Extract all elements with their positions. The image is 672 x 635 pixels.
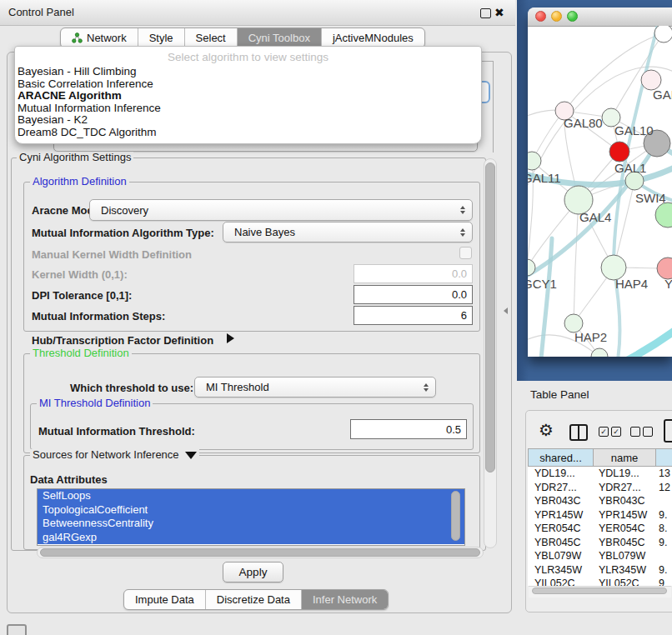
list-scrollbar-thumb[interactable]: [451, 491, 460, 541]
zoom-traffic-light-icon[interactable]: [567, 11, 578, 22]
table-hscrollbar-thumb[interactable]: [532, 588, 667, 594]
column-header-shared[interactable]: shared...: [529, 449, 593, 466]
table-cell[interactable]: YIL052C: [592, 577, 654, 586]
dropdown-item-selected[interactable]: ARACNE Algorithm: [18, 90, 481, 102]
tab-style[interactable]: Style: [138, 28, 184, 48]
close-icon[interactable]: ✖: [494, 5, 504, 20]
table-row[interactable]: YBL079WYBL079W: [528, 549, 672, 563]
column-header-name[interactable]: name: [593, 449, 655, 466]
collapse-arrow-icon[interactable]: [185, 452, 197, 459]
table-cell[interactable]: YDL19...: [528, 467, 592, 481]
table-cell[interactable]: YBR045C: [528, 536, 592, 550]
table-cell[interactable]: YPR145W: [528, 508, 592, 522]
list-item[interactable]: SelfLoops: [38, 489, 464, 503]
mi-algorithm-type-combobox[interactable]: Naive Bayes: [223, 222, 473, 242]
table-cell[interactable]: 9: [654, 577, 672, 586]
table-cell[interactable]: YER054C: [592, 522, 654, 536]
network-node-label: HAP2: [574, 330, 607, 344]
table-row[interactable]: YDR27...YDR27...12: [528, 481, 672, 495]
dropdown-item[interactable]: Mutual Information Inference: [18, 102, 481, 115]
tab-jactivemnodules[interactable]: jActiveMNodules: [321, 28, 424, 48]
partial-corner-button[interactable]: [7, 624, 27, 635]
table-cell[interactable]: YDR27...: [592, 481, 654, 495]
table-cell[interactable]: YBL079W: [528, 549, 592, 563]
expand-arrow-icon[interactable]: [227, 333, 234, 343]
table-cell[interactable]: YDR27...: [528, 481, 592, 495]
table-row[interactable]: YLR345WYLR345W9.: [528, 563, 672, 578]
manual-kernel-width-label: Manual Kernel Width Definition: [32, 248, 192, 261]
table-row[interactable]: YBR043CYBR043C: [528, 494, 672, 508]
table-cell[interactable]: 13: [654, 467, 672, 481]
table-cell[interactable]: YBR043C: [592, 494, 654, 508]
algorithm-definition-title: Algorithm Definition: [30, 176, 129, 188]
table-cell[interactable]: 12: [654, 481, 672, 495]
aracne-mode-combobox[interactable]: Discovery: [89, 199, 473, 221]
table-row[interactable]: YIL052CYIL052C9: [528, 577, 672, 586]
network-window-titlebar[interactable]: [528, 8, 672, 27]
table-row[interactable]: YPR145WYPR145W9.: [528, 508, 672, 522]
tab-impute-data[interactable]: Impute Data: [124, 590, 205, 609]
splitpane-collapse-icon[interactable]: [504, 308, 508, 314]
gear-icon[interactable]: ⚙: [539, 420, 554, 440]
checked-checkbox-icon[interactable]: ✓: [599, 427, 609, 437]
tab-select[interactable]: Select: [184, 28, 237, 48]
settings-hscrollbar-thumb[interactable]: [40, 548, 480, 557]
table-cell[interactable]: YIL052C: [528, 577, 592, 586]
tab-discretize-data[interactable]: Discretize Data: [205, 590, 301, 609]
table-row[interactable]: YDL19...YDL19...13: [528, 467, 672, 481]
mi-steps-field[interactable]: 6: [354, 306, 473, 325]
which-threshold-combobox[interactable]: MI Threshold: [194, 377, 436, 398]
table-cell[interactable]: 9.: [654, 563, 672, 578]
data-attributes-list[interactable]: SelfLoops TopologicalCoefficient Between…: [37, 488, 465, 546]
table-cell[interactable]: YPR145W: [592, 508, 654, 522]
manual-kernel-width-checkbox[interactable]: [459, 247, 472, 259]
table-cell[interactable]: 9.: [654, 536, 672, 550]
tab-infer-network[interactable]: Infer Network: [301, 590, 388, 609]
network-node[interactable]: [591, 348, 608, 357]
network-edge[interactable]: [541, 238, 552, 357]
network-node[interactable]: [655, 202, 672, 228]
settings-vscrollbar-thumb[interactable]: [485, 162, 495, 472]
network-node[interactable]: [654, 26, 672, 42]
network-window[interactable]: GAL80GAL10GALGAL1GAL11SWI4GAL4GCY1HAP4YH…: [528, 8, 672, 357]
minimize-traffic-light-icon[interactable]: [551, 11, 562, 22]
table-row[interactable]: YBR045CYBR045C9.: [528, 536, 672, 550]
table-cell[interactable]: YBL079W: [592, 549, 654, 563]
list-item[interactable]: gal4RGexp: [38, 531, 464, 545]
kernel-width-field[interactable]: 0.0: [354, 264, 473, 283]
dpi-tolerance-field[interactable]: 0.0: [354, 285, 473, 304]
table-function-icon[interactable]: [664, 419, 672, 442]
table-cell[interactable]: 8.: [654, 522, 672, 536]
tab-network[interactable]: Network: [61, 28, 138, 48]
dropdown-item[interactable]: Bayesian - Hill Climbing: [18, 66, 481, 78]
dropdown-item[interactable]: Bayesian - K2: [18, 114, 481, 127]
table-cell[interactable]: YBR045C: [592, 536, 654, 550]
unchecked-checkbox-icon[interactable]: [630, 427, 640, 437]
network-canvas[interactable]: GAL80GAL10GALGAL1GAL11SWI4GAL4GCY1HAP4YH…: [528, 26, 672, 357]
dropdown-item[interactable]: Basic Correlation Inference: [18, 78, 481, 91]
table-cell[interactable]: 9.: [654, 508, 672, 522]
table-cell[interactable]: YLR345W: [528, 563, 592, 578]
list-item[interactable]: BetweennessCentrality: [38, 517, 464, 531]
dropdown-item[interactable]: Dream8 DC_TDC Algorithm: [18, 127, 481, 139]
network-edge[interactable]: [626, 331, 672, 357]
checked-checkbox-icon[interactable]: ✓: [611, 427, 621, 437]
table-cell[interactable]: YBR043C: [528, 494, 592, 508]
network-node[interactable]: [609, 142, 629, 162]
close-traffic-light-icon[interactable]: [535, 11, 546, 22]
table-row[interactable]: YER054CYER054C8.: [528, 522, 672, 536]
list-item[interactable]: TopologicalCoefficient: [38, 503, 464, 518]
split-columns-icon[interactable]: [569, 424, 588, 441]
table-cell[interactable]: [654, 549, 672, 563]
table-cell[interactable]: YDL19...: [592, 467, 654, 481]
float-window-icon[interactable]: [480, 8, 491, 18]
column-header-partial[interactable]: [655, 449, 672, 466]
unchecked-checkbox-icon[interactable]: [643, 427, 653, 437]
mi-threshold-field[interactable]: 0.5: [350, 419, 467, 439]
table-cell[interactable]: YLR345W: [592, 563, 654, 578]
table-cell[interactable]: [654, 494, 672, 508]
tab-cyni-toolbox[interactable]: Cyni Toolbox: [237, 28, 321, 48]
network-edge[interactable]: [574, 200, 579, 323]
table-cell[interactable]: YER054C: [528, 522, 592, 536]
apply-button[interactable]: Apply: [223, 562, 283, 582]
